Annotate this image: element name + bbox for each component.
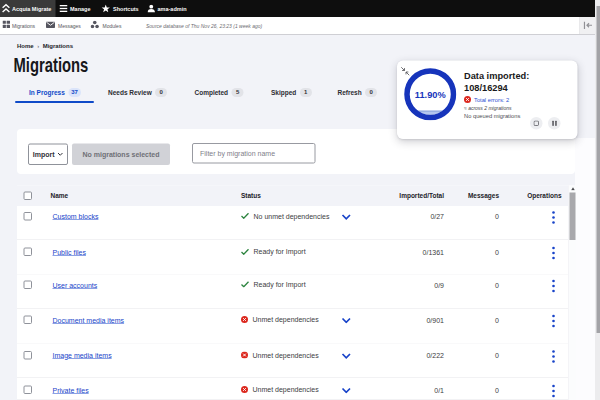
svg-text:11.90%: 11.90%: [415, 90, 446, 100]
